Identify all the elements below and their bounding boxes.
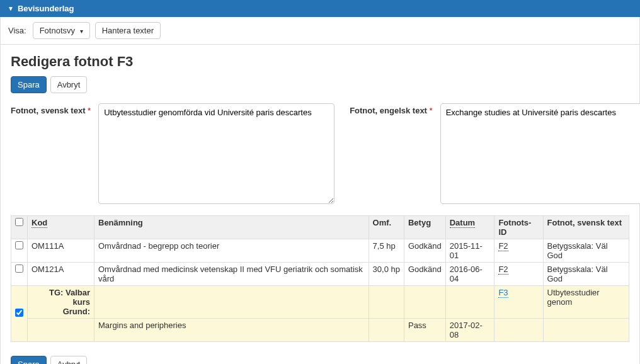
en-textarea[interactable] [440,103,640,204]
cell-datum [445,286,494,319]
footnote-link[interactable]: F3 [498,288,508,298]
cell-betyg: Godkänd [404,239,445,263]
cell-fotnots-id: F2 [494,239,543,263]
view-dropdown-label: Fotnotsvy [40,26,75,35]
cell-tg-label: TG: Valbar kurs Grund: [28,286,94,319]
cell-betyg: Godkänd [404,263,445,286]
cell-kod: OM121A [28,263,94,286]
cell-datum: 2016-06-04 [445,263,494,286]
table-header-row: Kod Benämning Omf. Betyg Datum Fotnots-I… [11,216,629,239]
bottom-button-row: Spara Avbryt [1,347,639,364]
row-checkbox[interactable] [15,309,23,317]
toolbar: Visa: Fotnotsvy ▾ Hantera texter [1,17,639,45]
header-checkbox-cell [11,216,28,239]
panel-title: Bevisunderlag [18,4,74,13]
cell-fotnots-id [494,319,543,342]
cell-omf [369,319,404,342]
cell-kod [28,319,94,342]
cell-fotnot-sv: Utbytesstudier genom [543,286,629,319]
required-marker: * [430,106,433,115]
cell-datum: 2017-02-08 [445,319,494,342]
save-button[interactable]: Spara [11,76,47,93]
panel-content: Visa: Fotnotsvy ▾ Hantera texter Rediger… [0,17,640,364]
header-benamning: Benämning [94,216,369,239]
cell-omf: 7,5 hp [369,239,404,263]
sv-textarea[interactable] [98,103,334,204]
header-fotnots-id: Fotnots-ID [494,216,543,239]
table-row-selected: TG: Valbar kurs Grund: F3 Utbytesstudier… [11,286,629,319]
en-col: Fotnot, engelsk text * [350,103,640,204]
view-dropdown[interactable]: Fotnotsvy ▾ [33,22,90,39]
cell-datum: 2015-11-01 [445,239,494,263]
cell-kod: OM111A [28,239,94,263]
cell-omf: 30,0 hp [369,263,404,286]
panel-header[interactable]: ▼ Bevisunderlag [0,0,640,17]
cell-betyg [404,286,445,319]
cell-benamning: Margins and peripheries [94,319,369,342]
cell-fotnot-sv: Betygsskala: Väl God [543,263,629,286]
cell-fotnots-id: F2 [494,263,543,286]
header-kod: Kod [28,216,94,239]
header-fotnot-sv: Fotnot, svensk text [543,216,629,239]
page-title: Redigera fotnot F3 [11,54,629,70]
header-betyg: Betyg [404,216,445,239]
select-all-checkbox[interactable] [15,218,23,226]
caret-down-icon: ▾ [80,28,83,35]
cell-fotnot-sv [543,319,629,342]
row-checkbox[interactable] [15,264,23,273]
cancel-button[interactable]: Avbryt [50,356,88,364]
cell-fotnot-sv: Betygsskala: Väl God [543,239,629,263]
header-omf: Omf. [369,216,404,239]
cell-benamning [94,286,369,319]
courses-table: Kod Benämning Omf. Betyg Datum Fotnots-I… [11,215,629,342]
table-row: OM111A Omvårdnad - begrepp och teorier 7… [11,239,629,263]
cell-benamning: Omvårdnad med medicinsk vetenskap II med… [94,263,369,286]
cell-fotnots-id: F3 [494,286,543,319]
sv-label: Fotnot, svensk text * [11,103,91,115]
cell-betyg: Pass [404,319,445,342]
en-label: Fotnot, engelsk text * [350,103,432,115]
table-row: OM121A Omvårdnad med medicinsk vetenskap… [11,263,629,286]
cell-omf [369,286,404,319]
cancel-button[interactable]: Avbryt [50,76,88,93]
top-button-row: Spara Avbryt [11,76,629,93]
edit-section: Redigera fotnot F3 Spara Avbryt Fotnot, … [1,45,639,347]
visa-label: Visa: [8,26,26,35]
required-marker: * [88,106,91,115]
footnote-form-row: Fotnot, svensk text * Fotnot, engelsk te… [11,103,629,204]
cell-benamning: Omvårdnad - begrepp och teorier [94,239,369,263]
caret-down-icon: ▼ [8,5,14,12]
header-datum: Datum [445,216,494,239]
sv-col: Fotnot, svensk text * [11,103,334,204]
table-row-selected-sub: Margins and peripheries Pass 2017-02-08 [11,319,629,342]
row-checkbox[interactable] [15,241,23,249]
save-button[interactable]: Spara [11,356,47,364]
manage-texts-button[interactable]: Hantera texter [95,22,161,39]
